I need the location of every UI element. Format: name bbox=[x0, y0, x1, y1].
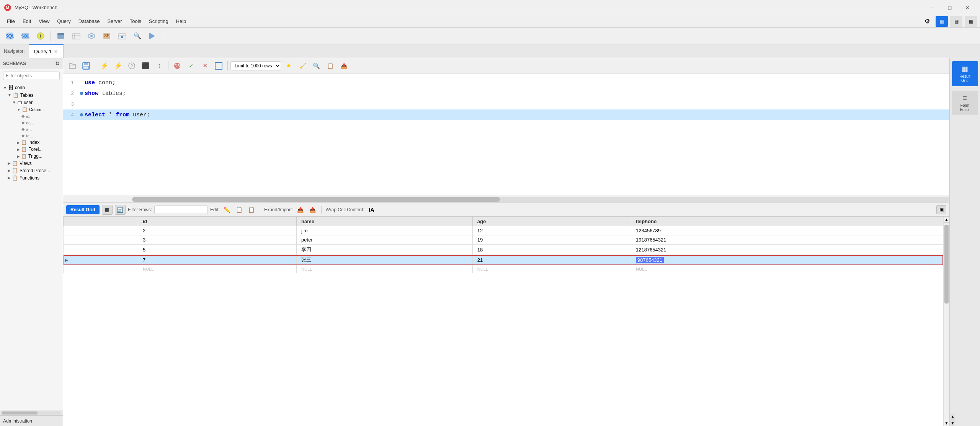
cell-name[interactable]: peter bbox=[297, 235, 473, 245]
table-row[interactable]: 2 jim 12 123456789 bbox=[64, 226, 943, 235]
save-btn[interactable] bbox=[80, 60, 92, 72]
clear-btn[interactable]: 🧹 bbox=[296, 60, 309, 72]
create-view-icon[interactable] bbox=[85, 29, 98, 42]
query-tab-close[interactable]: ✕ bbox=[54, 49, 58, 54]
toggle-grid-btn[interactable] bbox=[212, 60, 225, 72]
explain-btn[interactable]: ? bbox=[126, 60, 138, 72]
refresh-schemas-icon[interactable]: ↻ bbox=[55, 60, 60, 67]
export-icon-1[interactable]: 📤 bbox=[295, 205, 305, 214]
menu-file[interactable]: File bbox=[3, 17, 19, 26]
refresh-result-icon[interactable]: 🔄 bbox=[115, 205, 126, 215]
menu-server[interactable]: Server bbox=[103, 17, 126, 26]
tree-item-col-name[interactable]: ◆ na... bbox=[0, 119, 63, 126]
table-row[interactable]: 5 李四 18 12187654321 bbox=[64, 245, 943, 255]
editor-hscroll[interactable] bbox=[63, 196, 949, 203]
settings-icon[interactable]: ⚙ bbox=[921, 16, 933, 27]
sidebar-hscroll[interactable] bbox=[0, 410, 63, 415]
execute-selection-btn[interactable]: ⚡ bbox=[112, 60, 124, 72]
create-table-icon[interactable] bbox=[69, 29, 83, 42]
bookmark-btn[interactable]: ★ bbox=[283, 60, 295, 72]
filter-input[interactable] bbox=[3, 72, 60, 80]
stop-btn[interactable]: ⬛ bbox=[139, 60, 152, 72]
tree-item-views[interactable]: ▶ 📋 Views bbox=[0, 160, 63, 167]
layout-icon-1[interactable]: ▦ bbox=[936, 16, 948, 27]
tree-item-indexes[interactable]: ▶ 📋 Index bbox=[0, 139, 63, 146]
tree-item-columns[interactable]: ▼ 📋 Colum... bbox=[0, 106, 63, 113]
table-row[interactable]: 3 peter 19 19187654321 bbox=[64, 235, 943, 245]
cell-name[interactable]: 张三 bbox=[297, 255, 473, 265]
layout-icon-3[interactable]: ▦ bbox=[965, 16, 977, 27]
tree-item-col-age[interactable]: ◆ a... bbox=[0, 126, 63, 132]
form-editor-btn[interactable]: ≡ FormEditor bbox=[952, 91, 978, 115]
sql-editor[interactable]: 1 use conn; 2 show tables; bbox=[63, 73, 949, 196]
execute-btn[interactable]: ⚡ bbox=[98, 60, 110, 72]
tree-item-tables[interactable]: ▼ 📋 Tables bbox=[0, 91, 63, 99]
info-icon[interactable]: i bbox=[34, 29, 47, 42]
col-header-telphone[interactable]: telphone bbox=[631, 217, 943, 226]
col-header-name[interactable]: name bbox=[297, 217, 473, 226]
cell-id[interactable]: 7 bbox=[138, 255, 296, 265]
tree-item-stored-procs[interactable]: ▶ 📋 Stored Proce... bbox=[0, 167, 63, 174]
menu-help[interactable]: Help bbox=[172, 17, 190, 26]
tree-item-foreignkeys[interactable]: ▶ 📋 Forei... bbox=[0, 146, 63, 153]
menu-view[interactable]: View bbox=[35, 17, 53, 26]
cell-telphone[interactable]: 123456789 bbox=[631, 226, 943, 235]
cell-name[interactable]: 李四 bbox=[297, 245, 473, 255]
close-button[interactable]: ✕ bbox=[959, 2, 976, 13]
migration-icon[interactable] bbox=[146, 29, 160, 42]
table-row-selected[interactable]: ▶ 7 张三 21 987654321 bbox=[64, 255, 943, 265]
limit-select[interactable]: Limit to 1000 rows Limit to 200 rows No … bbox=[230, 61, 281, 70]
table-row-new[interactable]: NULL NULL NULL NULL bbox=[64, 265, 943, 273]
result-grid-btn[interactable]: ▦ ResultGrid bbox=[952, 61, 978, 86]
menu-edit[interactable]: Edit bbox=[19, 17, 35, 26]
create-proc-icon[interactable]: SP bbox=[100, 29, 114, 42]
grid-options-icon[interactable]: ▦ bbox=[102, 205, 113, 215]
check-btn[interactable]: ✓ bbox=[185, 60, 197, 72]
filter-input[interactable] bbox=[154, 206, 208, 214]
export-btn[interactable]: 📤 bbox=[338, 60, 350, 72]
edit-icon-1[interactable]: ✏️ bbox=[222, 205, 232, 214]
scroll-down-btn[interactable]: ▼ bbox=[944, 420, 949, 426]
cell-id-null[interactable]: NULL bbox=[138, 265, 296, 273]
cell-name-null[interactable]: NULL bbox=[297, 265, 473, 273]
right-scroll-up[interactable]: ▲ bbox=[950, 414, 955, 420]
right-vscroll[interactable]: ▲ ▼ bbox=[950, 414, 955, 426]
menu-database[interactable]: Database bbox=[75, 17, 104, 26]
maximize-button[interactable]: □ bbox=[941, 2, 959, 13]
cell-id[interactable]: 3 bbox=[138, 235, 296, 245]
tree-item-functions[interactable]: ▶ 📋 Functions bbox=[0, 174, 63, 181]
cell-age[interactable]: 12 bbox=[472, 226, 631, 235]
menu-query[interactable]: Query bbox=[53, 17, 74, 26]
minimize-button[interactable]: ─ bbox=[923, 2, 941, 13]
zoom-btn[interactable]: 🔍 bbox=[310, 60, 322, 72]
search-icon[interactable]: 🔍 bbox=[131, 29, 144, 42]
cell-telphone[interactable]: 987654321 bbox=[631, 255, 943, 265]
layout-icon-2[interactable]: ▦ bbox=[950, 16, 962, 27]
create-schema-icon[interactable] bbox=[54, 29, 68, 42]
tree-item-col-tel[interactable]: ◆ te... bbox=[0, 132, 63, 139]
cell-age-null[interactable]: NULL bbox=[472, 265, 631, 273]
open-query-icon[interactable]: SQL bbox=[18, 29, 32, 42]
wrap-icon[interactable]: IA bbox=[367, 205, 377, 214]
cell-age[interactable]: 19 bbox=[472, 235, 631, 245]
export-icon-2[interactable]: 📥 bbox=[307, 205, 317, 214]
edit-icon-3[interactable]: 📋 bbox=[246, 205, 256, 214]
toggle-panel-icon[interactable]: ▣ bbox=[936, 205, 946, 214]
col-header-id[interactable]: id bbox=[138, 217, 296, 226]
menu-tools[interactable]: Tools bbox=[126, 17, 145, 26]
cell-age[interactable]: 18 bbox=[472, 245, 631, 255]
query-tab[interactable]: Query 1 ✕ bbox=[29, 44, 64, 58]
scroll-thumb[interactable] bbox=[944, 225, 949, 304]
result-vscroll[interactable]: ▲ ▼ bbox=[943, 217, 949, 426]
format-btn[interactable]: 📋 bbox=[324, 60, 336, 72]
menu-scripting[interactable]: Scripting bbox=[145, 17, 172, 26]
result-grid[interactable]: id name age telphone 2 jim 12 bbox=[63, 217, 943, 426]
cell-telphone[interactable]: 19187654321 bbox=[631, 235, 943, 245]
cell-telphone[interactable]: 12187654321 bbox=[631, 245, 943, 255]
scroll-up-btn[interactable]: ▲ bbox=[944, 217, 949, 223]
cell-id[interactable]: 2 bbox=[138, 226, 296, 235]
right-scroll-down[interactable]: ▼ bbox=[950, 420, 955, 426]
cell-age[interactable]: 21 bbox=[472, 255, 631, 265]
edit-icon-2[interactable]: 📋 bbox=[234, 205, 244, 214]
cell-tel-null[interactable]: NULL bbox=[631, 265, 943, 273]
